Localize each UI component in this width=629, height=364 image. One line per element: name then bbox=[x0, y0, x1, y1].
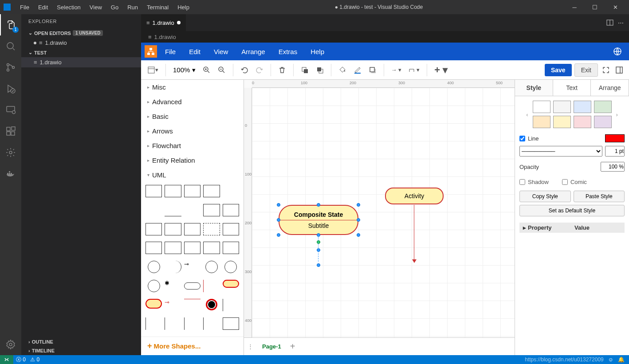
line-color-icon[interactable] bbox=[352, 64, 363, 76]
shape-thumb[interactable] bbox=[165, 261, 181, 273]
split-editor-icon[interactable] bbox=[606, 19, 613, 26]
open-editors-section[interactable]: ⌄ OPEN EDITORS 1 UNSAVED bbox=[21, 28, 141, 38]
warnings-button[interactable]: ⚠ 0 bbox=[30, 356, 39, 363]
waypoints-icon[interactable]: ▾ bbox=[407, 65, 421, 75]
shape-thumb[interactable]: ⊸ bbox=[165, 299, 181, 311]
menu-selection[interactable]: Selection bbox=[53, 2, 84, 12]
shape-thumb[interactable] bbox=[223, 299, 239, 311]
selection-handle[interactable] bbox=[357, 233, 360, 237]
page-menu-icon[interactable]: ⋮ bbox=[248, 343, 253, 350]
category-uml[interactable]: ▾UML bbox=[141, 168, 244, 182]
shape-thumb[interactable] bbox=[145, 299, 162, 309]
shape-thumb[interactable] bbox=[165, 317, 181, 330]
line-color-swatch[interactable] bbox=[605, 134, 625, 142]
copy-style-button[interactable]: Copy Style bbox=[519, 191, 571, 202]
composite-state-node[interactable]: Composite State Subtitle bbox=[279, 205, 358, 235]
language-icon[interactable] bbox=[613, 47, 622, 56]
exit-button[interactable]: Exit bbox=[574, 63, 598, 77]
menu-run[interactable]: Run bbox=[123, 2, 142, 12]
search-icon[interactable] bbox=[0, 35, 21, 57]
shape-thumb[interactable] bbox=[223, 185, 239, 197]
explorer-icon[interactable]: 1 bbox=[0, 14, 21, 35]
shape-thumb[interactable]: ⊸ bbox=[184, 261, 200, 273]
comic-checkbox[interactable] bbox=[562, 179, 568, 185]
open-editor-item[interactable]: ≡ 1.drawio bbox=[21, 38, 141, 48]
shape-thumb[interactable] bbox=[184, 223, 200, 235]
menu-file[interactable]: File bbox=[16, 2, 33, 12]
timeline-section[interactable]: › TIMELINE bbox=[21, 346, 141, 355]
selection-handle[interactable] bbox=[277, 203, 280, 207]
drawio-menu-extras[interactable]: Extras bbox=[273, 45, 303, 58]
fill-swatch[interactable] bbox=[553, 101, 571, 113]
outline-section[interactable]: › OUTLINE bbox=[21, 337, 141, 346]
to-back-icon[interactable] bbox=[314, 64, 326, 76]
add-page-button[interactable]: + bbox=[290, 341, 295, 352]
view-dropdown[interactable]: ▾ bbox=[145, 64, 160, 76]
menu-edit[interactable]: Edit bbox=[34, 2, 52, 12]
selection-handle[interactable] bbox=[357, 203, 360, 207]
shape-thumb[interactable] bbox=[205, 261, 218, 273]
selection-handle[interactable] bbox=[357, 218, 360, 222]
menu-terminal[interactable]: Terminal bbox=[143, 2, 173, 12]
category-flowchart[interactable]: ▸Flowchart bbox=[141, 138, 244, 153]
testing-icon[interactable] bbox=[0, 142, 21, 163]
shape-thumb[interactable] bbox=[223, 317, 239, 330]
shape-thumb[interactable] bbox=[206, 299, 217, 310]
line-width-input[interactable] bbox=[605, 146, 625, 157]
shape-thumb[interactable] bbox=[203, 280, 220, 292]
source-control-icon[interactable] bbox=[0, 57, 21, 78]
category-advanced[interactable]: ▸Advanced bbox=[141, 94, 244, 109]
shape-thumb[interactable] bbox=[184, 299, 200, 311]
menu-view[interactable]: View bbox=[86, 2, 106, 12]
save-button[interactable]: Save bbox=[545, 64, 572, 76]
shape-thumb[interactable] bbox=[203, 223, 220, 235]
drawio-menu-file[interactable]: File bbox=[160, 45, 181, 58]
shape-thumb[interactable] bbox=[165, 242, 181, 254]
shadow-icon[interactable] bbox=[367, 64, 378, 76]
shape-thumb[interactable]: ✱ bbox=[165, 280, 181, 292]
notifications-icon[interactable]: 🔔 bbox=[618, 356, 625, 363]
fill-swatch[interactable] bbox=[574, 116, 591, 128]
undo-icon[interactable] bbox=[239, 64, 250, 76]
fill-swatch[interactable] bbox=[594, 116, 612, 128]
shape-thumb[interactable] bbox=[184, 317, 200, 330]
tab-style[interactable]: Style bbox=[515, 80, 553, 96]
shape-thumb[interactable] bbox=[184, 242, 200, 254]
drawio-menu-edit[interactable]: Edit bbox=[184, 45, 206, 58]
run-debug-icon[interactable] bbox=[0, 78, 21, 99]
category-basic[interactable]: ▸Basic bbox=[141, 109, 244, 124]
shape-thumb[interactable] bbox=[223, 242, 239, 254]
category-entity-relation[interactable]: ▸Entity Relation bbox=[141, 153, 244, 168]
shape-thumb[interactable] bbox=[165, 204, 181, 216]
shape-thumb[interactable] bbox=[184, 204, 200, 216]
docker-icon[interactable] bbox=[0, 163, 21, 184]
shape-thumb[interactable] bbox=[203, 317, 220, 330]
zoom-in-icon[interactable] bbox=[201, 64, 212, 76]
shape-thumb[interactable] bbox=[223, 280, 239, 288]
selection-handle[interactable] bbox=[317, 263, 320, 267]
fill-swatch[interactable] bbox=[533, 116, 550, 128]
remote-explorer-icon[interactable] bbox=[0, 99, 21, 121]
selection-handle[interactable] bbox=[317, 233, 320, 237]
tab-text[interactable]: Text bbox=[553, 80, 591, 96]
rotate-handle[interactable] bbox=[317, 240, 320, 244]
page-tab[interactable]: Page-1 bbox=[258, 341, 286, 352]
opacity-input[interactable] bbox=[601, 162, 625, 172]
category-misc[interactable]: ▸Misc bbox=[141, 80, 244, 94]
connection-icon[interactable]: → ▾ bbox=[389, 65, 404, 75]
menu-help[interactable]: Help bbox=[173, 2, 193, 12]
remote-button[interactable] bbox=[0, 355, 13, 364]
shape-thumb[interactable] bbox=[165, 223, 181, 235]
editor-tab[interactable]: ≡ 1.drawio bbox=[141, 14, 186, 31]
line-style-select[interactable]: ──────── bbox=[519, 146, 602, 157]
shape-thumb[interactable] bbox=[148, 280, 160, 292]
zoom-level[interactable]: 100% ▾ bbox=[171, 66, 197, 74]
minimize-button[interactable]: ─ bbox=[564, 0, 585, 14]
swatch-prev-icon[interactable]: ‹ bbox=[524, 111, 530, 118]
zoom-out-icon[interactable] bbox=[216, 64, 228, 76]
shape-thumb[interactable] bbox=[184, 185, 200, 197]
fill-swatch[interactable] bbox=[533, 101, 550, 113]
close-button[interactable]: ✕ bbox=[605, 0, 625, 14]
shape-thumb[interactable] bbox=[223, 204, 239, 216]
more-shapes-button[interactable]: + More Shapes... bbox=[141, 337, 244, 355]
